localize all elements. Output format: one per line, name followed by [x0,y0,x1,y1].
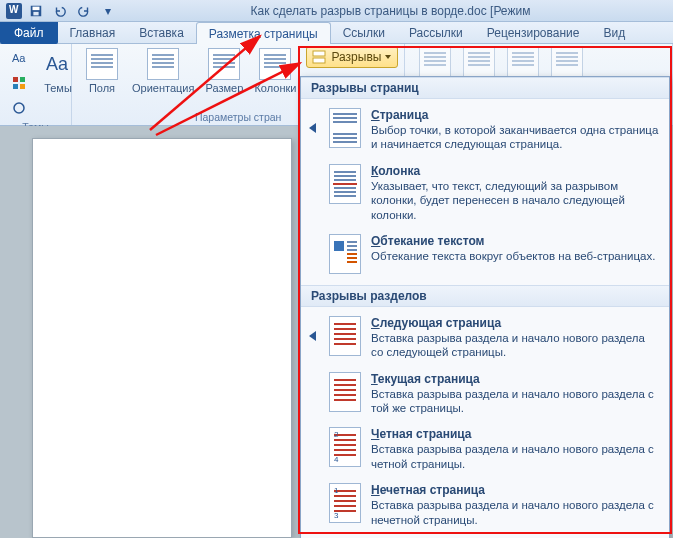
redo-icon[interactable] [74,2,94,20]
size-button[interactable]: Размер [200,46,248,96]
odd-page-icon: 13 [329,483,361,523]
word-app-icon[interactable] [6,3,22,19]
ribbon-tabs: Файл Главная Вставка Разметка страницы С… [0,22,673,44]
item-desc: Вставка разрыва раздела и начало нового … [371,498,659,527]
tab-page-layout[interactable]: Разметка страницы [196,22,331,44]
svg-rect-6 [13,84,18,89]
tab-file[interactable]: Файл [0,22,58,44]
item-title: Следующая страница [371,316,659,330]
svg-rect-5 [20,77,25,82]
document-page[interactable] [32,138,292,538]
undo-icon[interactable] [50,2,70,20]
font-themes-icon[interactable]: Aa [6,46,32,70]
item-desc: Указывает, что текст, следующий за разры… [371,179,659,222]
item-even-page[interactable]: 24 Четная страница Вставка разрыва разде… [301,422,669,478]
columns-label: Колонки [254,82,296,94]
size-label: Размер [206,82,244,94]
page-break-icon [329,108,361,148]
text-wrap-icon [329,234,361,274]
tab-insert[interactable]: Вставка [127,22,196,44]
qat-customize-icon[interactable]: ▾ [98,2,118,20]
column-break-icon [329,164,361,204]
item-desc: Вставка разрыва раздела и начало нового … [371,387,659,416]
item-desc: Вставка разрыва раздела и начало нового … [371,442,659,471]
svg-rect-7 [20,84,25,89]
item-title: Текущая страница [371,372,659,386]
breaks-label: Разрывы [331,50,381,64]
item-column-break[interactable]: Колонка Указывает, что текст, следующий … [301,159,669,229]
themes-label: Темы [44,82,72,94]
chevron-down-icon [385,55,391,59]
page-color-icon[interactable] [463,46,495,78]
item-continuous[interactable]: Текущая страница Вставка разрыва раздела… [301,367,669,423]
item-title: Нечетная страница [371,483,659,497]
color-themes-icon[interactable] [6,71,32,95]
title-bar: ▾ Как сделать разрыв страницы в ворде.do… [0,0,673,22]
tab-mailings[interactable]: Рассылки [397,22,475,44]
orientation-button[interactable]: Ориентация [128,46,198,96]
tab-review[interactable]: Рецензирование [475,22,592,44]
continuous-icon [329,372,361,412]
ribbon-group-themes: Aa Aa Темы Темы [0,44,72,125]
quick-access-toolbar: ▾ [6,2,118,20]
tab-view[interactable]: Вид [591,22,637,44]
svg-text:Aa: Aa [12,52,26,64]
item-text-wrap[interactable]: Обтекание текстом Обтекание текста вокру… [301,229,669,281]
svg-rect-10 [313,51,325,56]
breaks-dropdown: Разрывы страниц Страница Выбор точки, в … [300,76,670,538]
item-title: Обтекание текстом [371,234,659,248]
even-page-icon: 24 [329,427,361,467]
item-desc: Вставка разрыва раздела и начало нового … [371,331,659,360]
effect-themes-icon[interactable] [6,96,32,120]
selected-arrow-icon [309,123,316,133]
item-next-page[interactable]: Следующая страница Вставка разрыва разде… [301,311,669,367]
svg-rect-4 [13,77,18,82]
margins-button[interactable]: Поля [78,46,126,96]
window-title: Как сделать разрыв страницы в ворде.doc … [118,4,673,18]
item-odd-page[interactable]: 13 Нечетная страница Вставка разрыва раз… [301,478,669,534]
svg-rect-1 [33,6,40,10]
item-title: Страница [371,108,659,122]
tab-home[interactable]: Главная [58,22,128,44]
item-title: Колонка [371,164,659,178]
indent-icon[interactable] [551,46,583,78]
item-title: Четная страница [371,427,659,441]
svg-rect-2 [33,11,38,15]
item-page-break[interactable]: Страница Выбор точки, в которой заканчив… [301,103,669,159]
columns-button[interactable]: Колонки [250,46,300,96]
item-desc: Выбор точки, в которой заканчивается одн… [371,123,659,152]
selected-arrow-icon [309,331,316,341]
svg-rect-11 [313,58,325,63]
page-borders-icon[interactable] [507,46,539,78]
item-desc: Обтекание текста вокруг объектов на веб-… [371,249,659,263]
section-header-page-breaks: Разрывы страниц [301,77,669,99]
orientation-label: Ориентация [132,82,194,94]
margins-label: Поля [89,82,115,94]
svg-text:Aa: Aa [46,54,69,74]
watermark-icon[interactable] [419,46,451,78]
breaks-button[interactable]: Разрывы [306,46,398,68]
section-header-section-breaks: Разрывы разделов [301,285,669,307]
tab-references[interactable]: Ссылки [331,22,397,44]
svg-point-8 [14,103,24,113]
next-page-icon [329,316,361,356]
breaks-icon [311,49,327,65]
save-icon[interactable] [26,2,46,20]
